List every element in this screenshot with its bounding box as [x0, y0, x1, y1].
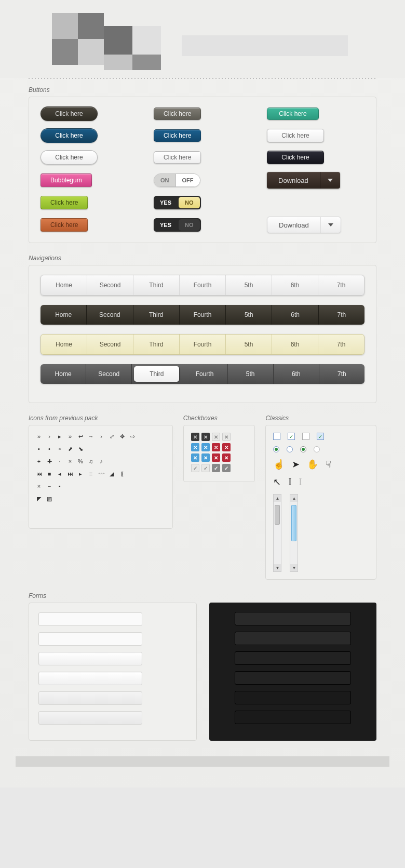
text-input-dark[interactable] [235, 612, 350, 625]
text-input-flat[interactable] [38, 612, 142, 626]
arrow-caret-icon: ▸ [57, 434, 62, 439]
buttons-panel: Click here Click here Click here Click h… [29, 97, 376, 243]
checkbox-v-light[interactable]: ✓ [201, 464, 210, 472]
text-input-dark-deep[interactable] [235, 711, 350, 724]
radio-empty[interactable] [287, 446, 293, 452]
nav-item-7th[interactable]: 7th [319, 364, 365, 384]
nav-item-home[interactable]: Home [40, 305, 87, 325]
checkbox-x-red[interactable]: ✕ [212, 443, 220, 451]
checkbox-v-light[interactable]: ✓ [191, 464, 199, 472]
arrow-right-icon: › [47, 434, 52, 439]
text-input-gradient[interactable] [38, 711, 142, 725]
nav-item-second[interactable]: Second [87, 275, 133, 295]
checkbox-x-blue[interactable]: ✕ [201, 453, 210, 462]
text-input-dark-deep[interactable] [235, 691, 350, 704]
section-title-buttons: Buttons [29, 86, 405, 94]
nav-item-fourth[interactable]: Fourth [182, 364, 227, 384]
scrollbar-down-icon[interactable]: ▼ [274, 564, 281, 571]
radio-selected-alt[interactable] [300, 446, 306, 452]
text-input-dark-inset[interactable] [235, 651, 350, 665]
button-black-med[interactable]: Click here [267, 151, 324, 164]
button-white-med[interactable]: Click here [267, 129, 324, 142]
percent-icon: % [78, 459, 83, 464]
nav-item-second[interactable]: Second [86, 364, 132, 384]
nav-item-home[interactable]: Home [41, 275, 87, 295]
button-white-pill[interactable]: Click here [40, 150, 98, 165]
nav-item-5th[interactable]: 5th [226, 305, 272, 325]
scrollbar-down-icon[interactable]: ▼ [290, 564, 298, 571]
square-icon: ▫ [57, 446, 62, 451]
checkbox-x-red[interactable]: ✕ [222, 443, 231, 451]
button-orange[interactable]: Click here [40, 218, 88, 232]
checkbox-x-blue[interactable]: ✕ [191, 443, 199, 451]
nav-item-5th[interactable]: 5th [228, 364, 274, 384]
checkbox-v-gray[interactable]: ✓ [222, 464, 231, 472]
nav-item-fourth[interactable]: Fourth [180, 275, 226, 295]
text-input-gradient[interactable] [38, 691, 142, 705]
text-input-inset[interactable] [38, 672, 142, 685]
download-button-light[interactable]: Download [267, 217, 341, 233]
button-bubblegum[interactable]: Bubblegum [40, 173, 92, 187]
nav-item-third[interactable]: Third [133, 305, 180, 325]
toggle-on-off-light[interactable]: ON OFF [154, 173, 200, 187]
checkbox-x-red[interactable]: ✕ [212, 453, 220, 462]
nav-item-5th[interactable]: 5th [226, 335, 272, 354]
nav-item-second[interactable]: Second [87, 335, 133, 354]
nav-item-6th[interactable]: 6th [274, 364, 319, 384]
button-dark-pill[interactable]: Click here [40, 106, 98, 121]
header-blur-placeholder [0, 0, 405, 78]
nav-item-6th[interactable]: 6th [272, 305, 318, 325]
scrollbar-thumb[interactable] [291, 505, 296, 541]
arrow-double-icon: » [68, 434, 73, 439]
text-input-dark[interactable] [235, 632, 350, 645]
checkbox-checked-blue[interactable]: ✓ [317, 433, 324, 440]
nav-item-second[interactable]: Second [87, 305, 133, 325]
checkbox-x-light[interactable]: ✕ [212, 433, 220, 441]
classics-panel: ✓ ✓ ☝ ➤ ✋ ☟ ↖ I [265, 425, 376, 580]
radio-selected[interactable] [273, 446, 279, 452]
nav-item-7th[interactable]: 7th [318, 275, 364, 295]
scrollbar-up-icon[interactable]: ▲ [290, 495, 298, 502]
nav-item-fourth[interactable]: Fourth [180, 335, 226, 354]
scrollbar-up-icon[interactable]: ▲ [274, 495, 281, 502]
checkbox-empty[interactable] [273, 433, 280, 440]
scrollbar-thumb[interactable] [275, 505, 280, 525]
button-gray-small[interactable]: Click here [154, 108, 201, 120]
nav-item-5th[interactable]: 5th [226, 275, 272, 295]
bullet-icon: ▪ [57, 484, 62, 489]
nav-item-7th[interactable]: 7th [318, 335, 364, 354]
checkbox-x-dark[interactable]: ✕ [201, 433, 210, 441]
button-teal[interactable]: Click here [267, 108, 319, 120]
nav-item-7th[interactable]: 7th [319, 305, 365, 325]
nav-item-third[interactable]: Third [133, 275, 180, 295]
nav-item-third[interactable]: Third [134, 366, 180, 382]
button-green[interactable]: Click here [40, 196, 88, 209]
nav-item-third[interactable]: Third [133, 335, 180, 354]
scrollbar-blue[interactable]: ▲ ▼ [290, 494, 298, 572]
skip-fwd-icon: ⏭ [68, 471, 73, 476]
checkbox-v-gray[interactable]: ✓ [212, 464, 220, 472]
nav-item-6th[interactable]: 6th [272, 335, 318, 354]
button-white-small[interactable]: Click here [154, 151, 201, 164]
toggle-yes-no-dark[interactable]: YES NO [154, 218, 201, 232]
checkbox-x-blue[interactable]: ✕ [201, 443, 210, 451]
nav-item-6th[interactable]: 6th [272, 275, 318, 295]
text-input-flat[interactable] [38, 632, 142, 646]
nav-item-home[interactable]: Home [40, 364, 86, 384]
nav-item-home[interactable]: Home [41, 335, 87, 354]
nav-dark: HomeSecondThirdFourth5th6th7th [40, 305, 365, 325]
checkbox-x-blue[interactable]: ✕ [191, 453, 199, 462]
toggle-yes-no-yellow[interactable]: YES NO [154, 196, 201, 209]
checkbox-x-dark[interactable]: ✕ [191, 433, 199, 441]
checkbox-x-red[interactable]: ✕ [222, 453, 231, 462]
nav-item-fourth[interactable]: Fourth [180, 305, 226, 325]
download-button-dark[interactable]: Download [267, 172, 340, 189]
scrollbar-gray[interactable]: ▲ ▼ [273, 494, 281, 572]
checkbox-x-light[interactable]: ✕ [222, 433, 231, 441]
button-blue-small[interactable]: Click here [154, 129, 201, 142]
button-navy-pill[interactable]: Click here [40, 128, 98, 143]
text-input-inset[interactable] [38, 652, 142, 665]
text-input-dark-inset[interactable] [235, 671, 350, 685]
forms-light-panel [29, 603, 197, 741]
checkbox-checked[interactable]: ✓ [288, 433, 295, 440]
